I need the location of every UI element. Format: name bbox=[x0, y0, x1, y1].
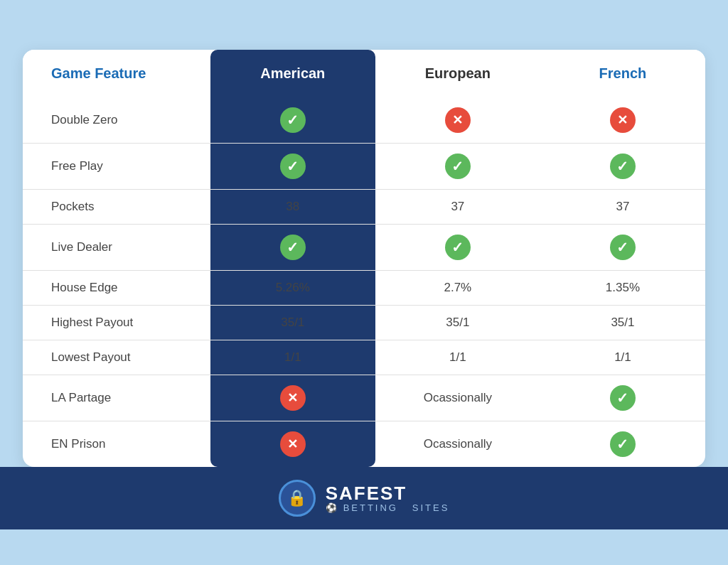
table-row: Free Play bbox=[23, 144, 705, 190]
cell-value: 1/1 bbox=[284, 350, 301, 364]
feature-cell: Live Dealer bbox=[23, 225, 210, 271]
french-cell: 37 bbox=[540, 190, 705, 225]
cell-value: 5.26% bbox=[276, 281, 310, 294]
cell-value: 1/1 bbox=[614, 350, 631, 364]
table-row: House Edge5.26%2.7%1.35% bbox=[23, 271, 705, 306]
feature-cell: Lowest Payout bbox=[23, 340, 210, 375]
check-icon bbox=[610, 154, 636, 179]
feature-cell: Double Zero bbox=[23, 97, 210, 144]
cell-value: 1.35% bbox=[606, 281, 640, 294]
french-cell: 35/1 bbox=[540, 306, 705, 340]
cross-icon bbox=[280, 431, 306, 457]
comparison-table-wrapper: Game Feature American European French Do… bbox=[23, 50, 705, 467]
cell-value: 38 bbox=[286, 200, 299, 213]
cell-value: 35/1 bbox=[611, 316, 634, 329]
check-icon bbox=[610, 385, 636, 411]
european-cell bbox=[375, 144, 540, 190]
table-row: EN PrisonOcassionally bbox=[23, 421, 705, 468]
check-icon bbox=[280, 154, 306, 179]
cell-value: Ocassionally bbox=[424, 391, 492, 404]
american-cell bbox=[210, 144, 375, 190]
american-cell bbox=[210, 375, 375, 421]
feature-cell: House Edge bbox=[23, 271, 210, 306]
footer-betting-label: ⚽ BETTING SITES bbox=[326, 503, 450, 513]
feature-header: Game Feature bbox=[23, 50, 210, 97]
cross-icon bbox=[610, 107, 636, 133]
cell-value: 37 bbox=[616, 200, 629, 213]
check-icon bbox=[445, 235, 471, 260]
cell-value: 35/1 bbox=[281, 316, 304, 329]
page-container: Game Feature American European French Do… bbox=[0, 0, 728, 565]
european-cell: 2.7% bbox=[375, 271, 540, 306]
feature-cell: EN Prison bbox=[23, 421, 210, 468]
american-cell: 38 bbox=[210, 190, 375, 225]
american-cell bbox=[210, 225, 375, 271]
french-header: French bbox=[540, 50, 705, 97]
table-row: Live Dealer bbox=[23, 225, 705, 271]
table-row: LA PartageOcassionally bbox=[23, 375, 705, 421]
french-cell bbox=[540, 97, 705, 144]
cell-value: 35/1 bbox=[446, 316, 469, 329]
cell-value: 2.7% bbox=[444, 281, 471, 294]
american-cell bbox=[210, 421, 375, 468]
cell-value: 37 bbox=[451, 200, 464, 213]
european-cell: 1/1 bbox=[375, 340, 540, 375]
european-header: European bbox=[375, 50, 540, 97]
footer-bar: 🔒 SAFEST ⚽ BETTING SITES bbox=[0, 467, 728, 529]
check-icon bbox=[280, 235, 306, 260]
cross-icon bbox=[280, 385, 306, 411]
american-header: American bbox=[210, 50, 375, 97]
european-cell bbox=[375, 225, 540, 271]
table-row: Double Zero bbox=[23, 97, 705, 144]
american-cell bbox=[210, 97, 375, 144]
check-icon bbox=[610, 431, 636, 457]
table-header-row: Game Feature American European French bbox=[23, 50, 705, 97]
french-cell bbox=[540, 225, 705, 271]
footer-text: SAFEST ⚽ BETTING SITES bbox=[326, 483, 450, 514]
table-row: Lowest Payout1/11/11/1 bbox=[23, 340, 705, 375]
check-icon bbox=[610, 235, 636, 260]
footer-logo-icon: 🔒 bbox=[279, 480, 316, 517]
french-cell bbox=[540, 375, 705, 421]
european-cell: 35/1 bbox=[375, 306, 540, 340]
french-cell: 1.35% bbox=[540, 271, 705, 306]
feature-cell: Free Play bbox=[23, 144, 210, 190]
american-cell: 1/1 bbox=[210, 340, 375, 375]
feature-cell: Pockets bbox=[23, 190, 210, 225]
cell-value: 1/1 bbox=[449, 350, 466, 364]
check-icon bbox=[280, 107, 306, 133]
french-cell bbox=[540, 144, 705, 190]
table-row: Highest Payout35/135/135/1 bbox=[23, 306, 705, 340]
footer-safest-label: SAFEST bbox=[326, 483, 450, 504]
european-cell: 37 bbox=[375, 190, 540, 225]
check-icon bbox=[445, 154, 471, 179]
american-cell: 35/1 bbox=[210, 306, 375, 340]
european-cell bbox=[375, 97, 540, 144]
feature-cell: LA Partage bbox=[23, 375, 210, 421]
table-row: Pockets383737 bbox=[23, 190, 705, 225]
cross-icon bbox=[445, 107, 471, 133]
feature-cell: Highest Payout bbox=[23, 306, 210, 340]
french-cell: 1/1 bbox=[540, 340, 705, 375]
footer-betting-icon: ⚽ bbox=[326, 503, 339, 513]
european-cell: Ocassionally bbox=[375, 421, 540, 468]
french-cell bbox=[540, 421, 705, 468]
comparison-table: Game Feature American European French Do… bbox=[23, 50, 705, 467]
cell-value: Ocassionally bbox=[424, 437, 492, 451]
american-cell: 5.26% bbox=[210, 271, 375, 306]
european-cell: Ocassionally bbox=[375, 375, 540, 421]
